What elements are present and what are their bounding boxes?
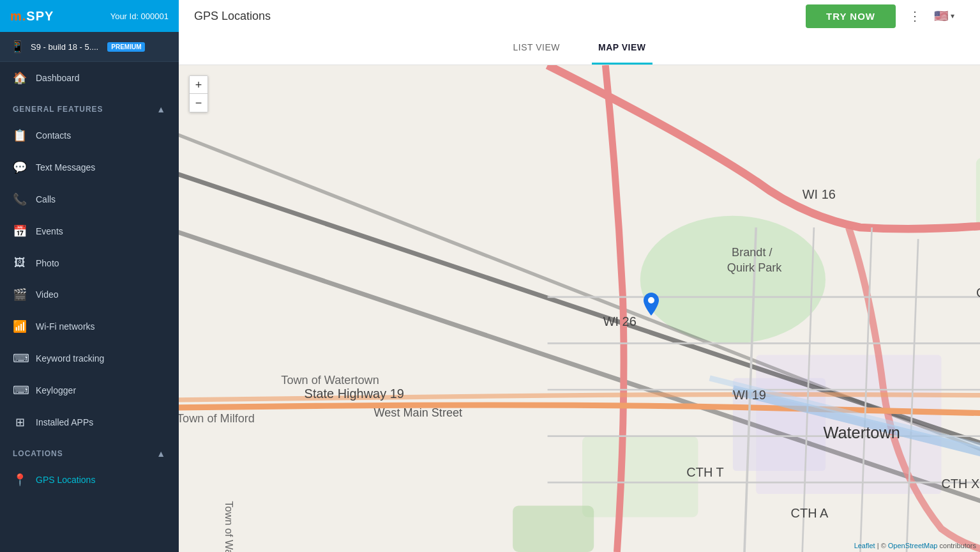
svg-rect-3 bbox=[976, 158, 980, 227]
location-pin-icon bbox=[644, 293, 659, 316]
svg-text:Town of Milford: Town of Milford bbox=[179, 412, 255, 425]
sidebar-item-label: GPS Locations bbox=[36, 475, 95, 485]
main-content: LIST VIEW MAP VIEW bbox=[179, 32, 980, 552]
svg-text:WI 16: WI 16 bbox=[803, 187, 836, 201]
premium-badge: PREMIUM bbox=[107, 42, 145, 52]
page-title: GPS Locations TRY NOW ⋮ 🇺🇸 ▾ bbox=[179, 0, 980, 32]
svg-text:WI 26: WI 26 bbox=[603, 314, 637, 328]
map-svg: WI 16 WI 26 State Highway 19 WI 19 CTH T… bbox=[179, 65, 980, 552]
sidebar-item-label: Photo bbox=[36, 258, 59, 268]
sidebar-item-label: Text Messages bbox=[36, 162, 95, 172]
zoom-out-button[interactable]: − bbox=[190, 94, 207, 112]
osm-link[interactable]: OpenStreetMap bbox=[888, 542, 938, 549]
sidebar-item-keyword-tracking[interactable]: ⌨ Keyword tracking bbox=[0, 342, 179, 374]
tab-map-view[interactable]: MAP VIEW bbox=[592, 32, 652, 65]
gps-icon: 📍 bbox=[13, 473, 27, 487]
sidebar-item-calls[interactable]: 📞 Calls bbox=[0, 183, 179, 215]
sidebar-item-contacts[interactable]: 📋 Contacts bbox=[0, 119, 179, 151]
map-zoom-controls: + − bbox=[189, 75, 208, 112]
map-pin[interactable] bbox=[644, 293, 659, 318]
svg-text:WI 19: WI 19 bbox=[733, 388, 766, 402]
map-background: WI 16 WI 26 State Highway 19 WI 19 CTH T… bbox=[179, 65, 980, 552]
language-selector[interactable]: 🇺🇸 ▾ bbox=[934, 9, 954, 23]
wifi-icon: 📶 bbox=[13, 319, 27, 334]
sidebar-item-photo[interactable]: 🖼 Photo bbox=[0, 247, 179, 279]
sidebar-item-installed-apps[interactable]: ⊞ Installed APPs bbox=[0, 406, 179, 438]
sidebar-item-events[interactable]: 📅 Events bbox=[0, 215, 179, 247]
svg-text:CTH T: CTH T bbox=[686, 465, 723, 479]
svg-text:West Main Street: West Main Street bbox=[373, 406, 462, 419]
svg-text:Town of Watertown: Town of Watertown bbox=[281, 374, 379, 387]
sidebar-item-video[interactable]: 🎬 Video bbox=[0, 279, 179, 310]
sidebar-item-keylogger[interactable]: ⌨ Keylogger bbox=[0, 374, 179, 406]
locations-label: LOCATIONS bbox=[13, 449, 63, 458]
sidebar-item-label: Installed APPs bbox=[36, 417, 93, 427]
svg-point-1 bbox=[640, 216, 825, 344]
map-attribution: Leaflet | © OpenStreetMap contributors bbox=[854, 542, 976, 549]
sidebar-item-label: Events bbox=[36, 226, 63, 236]
events-icon: 📅 bbox=[13, 224, 27, 238]
header-actions: TRY NOW ⋮ 🇺🇸 ▾ bbox=[795, 0, 965, 32]
svg-text:CTH A: CTH A bbox=[791, 506, 829, 520]
svg-text:Brandt /: Brandt / bbox=[732, 246, 773, 259]
locations-header: LOCATIONS ▲ bbox=[0, 441, 179, 464]
sidebar-item-label: Dashboard bbox=[36, 73, 80, 83]
calls-icon: 📞 bbox=[13, 192, 27, 206]
svg-text:Town of Watertown: Town of Watertown bbox=[223, 501, 235, 552]
view-tabs: LIST VIEW MAP VIEW bbox=[179, 32, 980, 65]
sidebar-item-label: Contacts bbox=[36, 130, 71, 141]
photo-icon: 🖼 bbox=[13, 256, 27, 270]
apps-icon: ⊞ bbox=[13, 415, 27, 429]
contacts-icon: 📋 bbox=[13, 128, 27, 142]
sidebar-item-gps-locations[interactable]: 📍 GPS Locations bbox=[0, 464, 179, 496]
sidebar-item-label: Wi-Fi networks bbox=[36, 321, 95, 332]
sidebar-item-label: Calls bbox=[36, 194, 56, 204]
chevron-up-icon: ▲ bbox=[156, 104, 166, 114]
svg-text:State Highway 19: State Highway 19 bbox=[305, 387, 404, 401]
zoom-in-button[interactable]: + bbox=[190, 76, 207, 94]
user-id: Your Id: 000001 bbox=[110, 12, 169, 21]
sidebar-item-label: Keyword tracking bbox=[36, 353, 104, 364]
messages-icon: 💬 bbox=[13, 160, 27, 174]
video-icon: 🎬 bbox=[13, 288, 27, 302]
leaflet-link[interactable]: Leaflet bbox=[854, 542, 875, 549]
device-icon: 📱 bbox=[10, 40, 24, 54]
attribution-suffix: contributors bbox=[940, 542, 976, 549]
general-features-label: GENERAL FEATURES bbox=[13, 105, 103, 114]
svg-text:County Highway R: County Highway R bbox=[976, 286, 980, 300]
sidebar-item-dashboard[interactable]: 🏠 Dashboard bbox=[0, 62, 179, 94]
device-bar[interactable]: 📱 S9 - build 18 - 5.... PREMIUM bbox=[0, 32, 179, 62]
device-name: S9 - build 18 - 5.... bbox=[31, 42, 98, 52]
svg-rect-6 bbox=[582, 436, 698, 518]
sidebar-item-label: Video bbox=[36, 289, 59, 300]
brand-bar: m.SPY Your Id: 000001 bbox=[0, 0, 179, 32]
flag-chevron: ▾ bbox=[951, 12, 954, 20]
brand-logo: m.SPY bbox=[10, 9, 54, 24]
more-options-icon[interactable]: ⋮ bbox=[908, 8, 921, 24]
sidebar: 📱 S9 - build 18 - 5.... PREMIUM 🏠 Dashbo… bbox=[0, 32, 179, 552]
svg-text:Watertown: Watertown bbox=[823, 424, 900, 441]
sidebar-item-text-messages[interactable]: 💬 Text Messages bbox=[0, 151, 179, 183]
flag-icon: 🇺🇸 bbox=[934, 9, 948, 23]
sidebar-item-label: Keylogger bbox=[36, 385, 76, 395]
page-title-text: GPS Locations bbox=[194, 10, 271, 23]
keyword-icon: ⌨ bbox=[13, 351, 27, 365]
svg-text:Quirk Park: Quirk Park bbox=[727, 261, 783, 274]
svg-point-51 bbox=[648, 297, 654, 303]
try-now-button[interactable]: TRY NOW bbox=[806, 4, 896, 28]
svg-text:CTH X: CTH X bbox=[941, 477, 979, 491]
svg-rect-7 bbox=[513, 505, 594, 552]
app-header: m.SPY Your Id: 000001 GPS Locations TRY … bbox=[0, 0, 980, 32]
main-layout: 📱 S9 - build 18 - 5.... PREMIUM 🏠 Dashbo… bbox=[0, 32, 980, 552]
locations-chevron-icon: ▲ bbox=[156, 448, 166, 459]
keylogger-icon: ⌨ bbox=[13, 383, 27, 397]
general-features-header: GENERAL FEATURES ▲ bbox=[0, 96, 179, 119]
sidebar-item-wifi[interactable]: 📶 Wi-Fi networks bbox=[0, 310, 179, 342]
home-icon: 🏠 bbox=[13, 71, 27, 85]
tab-list-view[interactable]: LIST VIEW bbox=[506, 32, 566, 65]
map-container[interactable]: WI 16 WI 26 State Highway 19 WI 19 CTH T… bbox=[179, 65, 980, 552]
